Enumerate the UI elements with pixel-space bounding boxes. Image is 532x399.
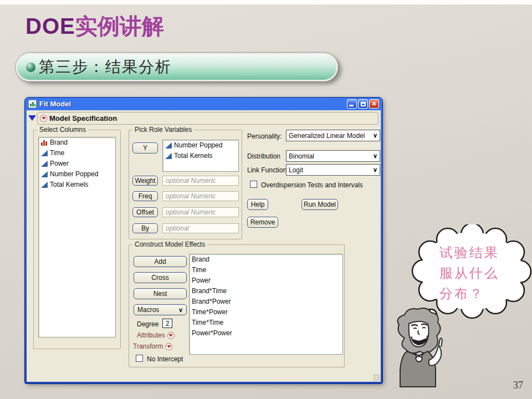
effect-item[interactable]: Brand*Power bbox=[190, 296, 342, 307]
weight-drop-zone[interactable]: optional Numeric bbox=[162, 176, 239, 186]
effect-item[interactable]: Time*Time bbox=[190, 318, 342, 328]
personality-dropdown[interactable]: Generalized Linear Model ∨ bbox=[286, 130, 380, 141]
effect-label: Brand*Time bbox=[192, 287, 227, 296]
overdispersion-checkbox[interactable] bbox=[250, 181, 257, 188]
chevron-down-icon: ∨ bbox=[178, 306, 183, 314]
y-role-list[interactable]: Number Popped Total Kernels bbox=[162, 140, 239, 172]
y-item-label: Number Popped bbox=[174, 141, 222, 150]
column-label: Time bbox=[50, 149, 64, 158]
no-intercept-checkbox[interactable] bbox=[136, 355, 143, 362]
red-triangle-menu-icon[interactable] bbox=[165, 343, 172, 350]
attributes-control[interactable]: Attributes bbox=[137, 331, 175, 339]
select-columns-group: Select Columns Brand Time Power Number P… bbox=[33, 130, 121, 349]
section-title: Model Specification bbox=[49, 114, 117, 122]
weight-role-button[interactable]: Weight bbox=[132, 176, 158, 186]
minimize-button[interactable] bbox=[347, 99, 357, 109]
minimize-icon bbox=[349, 105, 354, 106]
by-drop-zone[interactable]: optional bbox=[162, 223, 239, 233]
model-specification-header: Model Specification bbox=[37, 112, 378, 125]
transform-control[interactable]: Transform bbox=[133, 342, 172, 350]
effect-label: Time bbox=[192, 265, 206, 275]
continuous-triangle-icon bbox=[41, 161, 48, 167]
personality-value: Generalized Linear Model bbox=[289, 132, 365, 140]
continuous-triangle-icon bbox=[41, 150, 48, 156]
red-triangle-menu-icon[interactable] bbox=[167, 332, 175, 339]
effect-item[interactable]: Brand bbox=[190, 254, 342, 265]
page-number: 37 bbox=[513, 380, 523, 391]
page-title: DOE实例讲解 bbox=[25, 11, 164, 42]
thought-line: 分布？ bbox=[439, 284, 523, 304]
construct-model-effects-label: Construct Model Effects bbox=[132, 241, 207, 248]
dialog-body: Model Specification Select Columns Brand… bbox=[27, 110, 381, 382]
select-columns-label: Select Columns bbox=[37, 126, 88, 134]
freq-drop-zone[interactable]: optional Numeric bbox=[162, 191, 239, 201]
macros-dropdown[interactable]: Macros ∨ bbox=[134, 304, 187, 315]
link-function-value: Logit bbox=[289, 166, 303, 174]
red-triangle-menu-icon[interactable] bbox=[40, 115, 47, 122]
select-columns-list[interactable]: Brand Time Power Number Popped Total Ker… bbox=[38, 137, 116, 337]
title-chinese: 实例讲解 bbox=[75, 14, 164, 39]
chevron-down-icon: ∨ bbox=[373, 132, 377, 139]
effect-label: Power*Power bbox=[192, 329, 232, 338]
effect-item[interactable]: Time*Power bbox=[190, 307, 342, 318]
step-banner-label: 第三步：结果分析 bbox=[39, 57, 172, 78]
y-role-button[interactable]: Y bbox=[132, 142, 158, 154]
offset-role-button[interactable]: Offset bbox=[132, 207, 158, 217]
y-item[interactable]: Number Popped bbox=[163, 140, 238, 151]
freq-role-button[interactable]: Freq bbox=[132, 191, 158, 201]
run-model-button[interactable]: Run Model bbox=[301, 199, 338, 210]
remove-button[interactable]: Remove bbox=[247, 217, 278, 228]
resize-grip[interactable] bbox=[374, 375, 380, 381]
continuous-triangle-icon bbox=[165, 153, 172, 159]
offset-drop-zone[interactable]: optional Numeric bbox=[162, 207, 239, 217]
effect-label: Brand*Power bbox=[192, 297, 231, 306]
link-function-dropdown[interactable]: Logit ∨ bbox=[286, 164, 380, 176]
chevron-down-icon: ∨ bbox=[373, 166, 377, 173]
add-button[interactable]: Add bbox=[134, 256, 187, 267]
thought-line: 试验结果 bbox=[439, 243, 523, 263]
column-label: Number Popped bbox=[50, 170, 98, 179]
window-title: Fit Model bbox=[39, 100, 344, 108]
thought-line: 服从什么 bbox=[439, 263, 523, 284]
pick-role-variables-label: Pick Role Variables bbox=[132, 126, 194, 134]
by-role-button[interactable]: By bbox=[132, 223, 158, 233]
distribution-value: Binomial bbox=[289, 152, 314, 160]
cartoon-woman bbox=[388, 305, 452, 388]
effect-label: Time*Power bbox=[192, 308, 228, 317]
degree-label: Degree bbox=[137, 320, 158, 328]
effect-label: Time*Time bbox=[192, 318, 223, 328]
bullet-sphere-icon bbox=[26, 63, 35, 72]
step-banner: 第三步：结果分析 bbox=[16, 53, 338, 81]
y-item-label: Total Kernels bbox=[174, 151, 212, 161]
cross-button[interactable]: Cross bbox=[134, 272, 187, 283]
effect-label: Brand bbox=[192, 255, 209, 264]
collapse-triangle-icon[interactable] bbox=[28, 115, 36, 121]
column-item[interactable]: Power bbox=[39, 158, 115, 169]
slide-top-strip bbox=[0, 0, 532, 4]
construct-model-effects-group: Construct Model Effects Add Cross Nest M… bbox=[129, 244, 345, 367]
macros-value: Macros bbox=[137, 306, 159, 314]
column-item[interactable]: Total Kernels bbox=[39, 180, 115, 190]
window-titlebar[interactable]: Fit Model ✕ bbox=[27, 98, 381, 110]
help-button[interactable]: Help bbox=[247, 199, 268, 210]
continuous-triangle-icon bbox=[41, 182, 48, 188]
link-function-label: Link Function bbox=[247, 166, 287, 174]
effect-item[interactable]: Power*Power bbox=[190, 328, 342, 339]
column-item[interactable]: Number Popped bbox=[39, 169, 115, 180]
no-intercept-label: No Intercept bbox=[147, 355, 183, 363]
chevron-down-icon: ∨ bbox=[373, 152, 377, 160]
effect-item[interactable]: Power bbox=[190, 275, 342, 286]
effect-item[interactable]: Time bbox=[190, 265, 342, 275]
y-item[interactable]: Total Kernels bbox=[163, 151, 238, 161]
column-item[interactable]: Brand bbox=[39, 137, 115, 148]
close-button[interactable]: ✕ bbox=[369, 99, 379, 109]
attributes-label: Attributes bbox=[137, 331, 165, 339]
maximize-button[interactable] bbox=[358, 99, 368, 109]
pick-role-variables-group: Pick Role Variables Y Number Popped Tota… bbox=[129, 130, 242, 239]
distribution-dropdown[interactable]: Binomial ∨ bbox=[286, 150, 380, 162]
nest-button[interactable]: Nest bbox=[134, 288, 187, 299]
column-item[interactable]: Time bbox=[39, 148, 115, 158]
model-effects-list[interactable]: Brand Time Power Brand*Time Brand*Power … bbox=[189, 254, 343, 355]
degree-field[interactable]: 2 bbox=[162, 319, 172, 328]
effect-item[interactable]: Brand*Time bbox=[190, 286, 342, 296]
